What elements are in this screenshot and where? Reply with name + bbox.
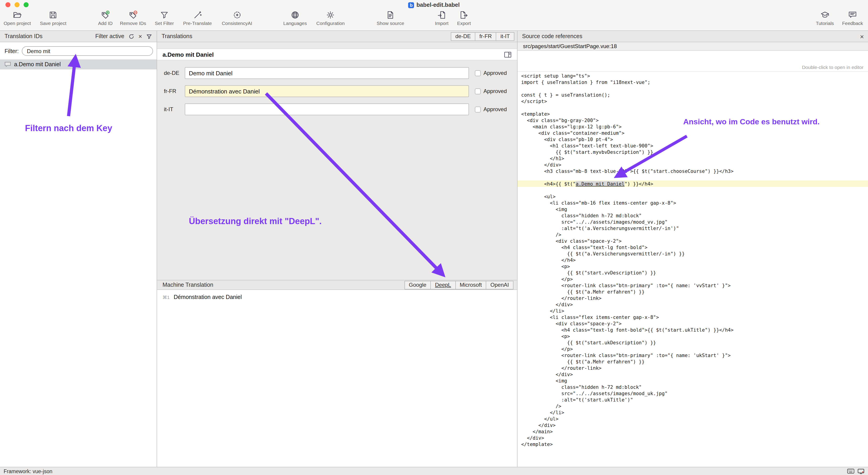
code-line: import { useTranslation } from "i18next-… [518,79,868,85]
code-line: <div class="space-y-2"> [518,238,868,244]
source-reference-item[interactable]: src/pages/start/GuestStartPage.vue:18 [518,42,868,51]
tab-microsoft[interactable]: Microsoft [455,281,486,289]
code-line: src="../../assets/images/mood_vv.jpg" [518,219,868,225]
sparkle-circle-icon [232,10,242,20]
toolbar-label: Configuration [316,21,345,26]
clear-filter-icon[interactable]: × [138,33,142,39]
save-icon [49,10,58,20]
translation-id-list: a.Demo mit Daniel [0,60,157,69]
code-line [518,104,868,111]
toolbar-consistency-ai[interactable]: ConsistencyAI [222,10,252,26]
toolbar-tutorials[interactable]: Tutorials [816,10,834,26]
folder-open-icon [13,10,22,20]
filter-icon[interactable] [146,33,152,39]
screen-icon[interactable] [858,468,864,474]
code-line: {{ $t("start.myvbvDescription") }} [518,149,868,155]
toggle-source-references-button[interactable] [504,51,512,58]
code-line: <h3 class="mb-8 text-blue-900">{{ $t("st… [518,168,868,174]
approved-checkbox-fr[interactable] [475,88,481,94]
toolbar-feedback[interactable]: Feedback [842,10,863,26]
toolbar-languages[interactable]: Languages [283,10,307,26]
code-line: </li> [518,409,868,415]
toolbar-show-source[interactable]: Show source [377,10,404,26]
translation-id-item[interactable]: a.Demo mit Daniel [0,60,157,69]
tab-it-IT[interactable]: it-IT [496,32,514,40]
code-line: <h4 class="text-lg font-bold"> [518,244,868,250]
tab-de-DE[interactable]: de-DE [451,32,475,40]
code-line: /> [518,403,868,409]
titlebar-toolbar: b babel-edit.babel Open project Save pro… [0,0,868,31]
editor-hint: Double-click to open in editor [802,64,864,70]
source-reference-path: src/pages/start/GuestStartPage.vue:18 [523,43,617,49]
toolbar-export[interactable]: Export [457,10,471,26]
editor-hint-row: Double-click to open in editor [518,63,868,72]
document-icon [386,10,395,20]
approved-checkbox-de[interactable] [475,70,481,76]
toolbar-label: Feedback [842,21,863,26]
code-line: </main> [518,428,868,435]
toolbar-label: Export [457,21,471,26]
filter-input[interactable] [22,46,153,56]
toolbar-import[interactable]: Import [435,10,448,26]
mt-suggestion[interactable]: ⌘1 Démonstration avec Daniel [157,290,517,304]
translation-ids-panel: Translation IDs Filter active × Filter: … [0,31,157,467]
code-line: class="hidden h-72 md:block" [518,384,868,390]
toolbar-label: Languages [283,21,307,26]
translation-input-fr[interactable] [185,85,469,97]
tab-deepl[interactable]: DeepL [430,281,455,289]
translations-panel: Translations de-DE fr-FR it-IT a.Demo mi… [157,31,518,467]
tab-label: OpenAI [491,282,509,288]
code-line: <h4 class="text-lg font-bold">{{ $t("sta… [518,327,868,333]
keyboard-icon[interactable] [847,469,855,474]
toolbar-open-project[interactable]: Open project [4,10,31,26]
annotation-filter-key: Filtern nach dem Key [25,124,112,133]
filter-label: Filter: [4,48,19,54]
annotation-deepl: Übersetzung direkt mit "DeepL". [189,216,322,226]
code-line: <script setup lang="ts"> [518,73,868,79]
entry-title-bar: a.Demo mit Daniel [157,48,517,60]
toolbar-label: Remove IDs [120,21,146,26]
tab-openai[interactable]: OpenAI [486,281,513,289]
code-line: </ul> [518,415,868,422]
code-line: const { t } = useTranslation(); [518,92,868,98]
code-line: {{ $t("a.Mehr erfahren") }} [518,289,868,295]
translations-header: Translations de-DE fr-FR it-IT [157,31,517,42]
code-line: <router-link class="btn-primary" :to="{ … [518,352,868,359]
source-code[interactable]: <script setup lang="ts">import { useTran… [518,72,868,467]
translation-input-it[interactable] [185,103,469,115]
panel-title: Source code references [522,33,582,39]
code-line: </script> [518,98,868,104]
translation-input-de[interactable] [185,67,469,79]
code-line: <li class="flex items-center gap-x-8"> [518,314,868,320]
tab-label: Google [409,282,426,288]
window-title: b babel-edit.babel [0,2,868,8]
toolbar-pre-translate[interactable]: Pre-Translate [183,10,212,26]
tab-google[interactable]: Google [405,281,430,289]
approved-checkbox-it[interactable] [475,106,481,112]
translations-area: a.Demo mit Daniel de-DE Approved fr-FR A… [157,42,517,280]
language-label: de-DE [164,70,179,76]
code-line: <div class="space-y-2"> [518,320,868,327]
toolbar-save-project[interactable]: Save project [40,10,66,26]
toolbar-set-filter[interactable]: Set Filter [155,10,174,26]
toolbar-configuration[interactable]: Configuration [316,10,345,26]
highlighted-translation-key: a.Demo mit Daniel [576,181,624,186]
code-line: </div> [518,162,868,168]
close-panel-icon[interactable]: × [860,33,864,40]
code-line: </p> [518,276,868,282]
toolbar-remove-ids[interactable]: Remove IDs [120,10,146,26]
tab-fr-FR[interactable]: fr-FR [475,32,496,40]
source-references-panel: Source code references × src/pages/start… [518,31,868,467]
tab-label: fr-FR [479,33,492,39]
code-line: <div class="container-medium"> [518,130,868,136]
machine-translation-body: ⌘1 Démonstration avec Daniel [157,290,517,467]
code-line: </div> [518,301,868,308]
toolbar-label: Open project [4,21,31,26]
approved-label: Approved [484,70,507,76]
toolbar-add-id[interactable]: Add ID [98,10,113,26]
code-line: {{ $t("start.ukDescription") }} [518,339,868,346]
refresh-icon[interactable] [128,33,134,39]
wand-icon [193,10,202,20]
code-line: </h4> [518,257,868,263]
tab-label: DeepL [435,282,451,288]
